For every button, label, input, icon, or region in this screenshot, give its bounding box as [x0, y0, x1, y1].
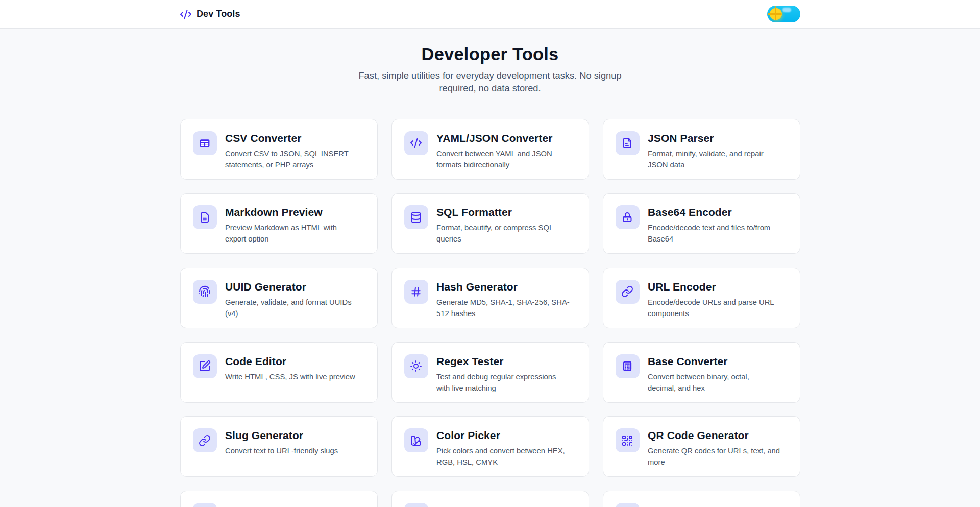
tool-card[interactable]: Code Editor Write HTML, CSS, JS with liv… [180, 342, 378, 403]
link-tile [193, 428, 217, 452]
tool-title: Color Picker [436, 428, 570, 443]
tool-card[interactable]: Hash Generator Generate MD5, SHA-1, SHA-… [391, 268, 589, 328]
tool-card[interactable]: Base Converter Convert between binary, o… [603, 342, 800, 403]
lock-icon [621, 211, 633, 224]
tool-description: Write HTML, CSS, JS with live preview [225, 371, 355, 382]
tool-card[interactable]: UUID Generator Generate, validate, and f… [180, 268, 378, 328]
tool-title: JSON Parser [648, 131, 781, 146]
header: Dev Tools [0, 0, 980, 29]
tool-card[interactable]: Base64 Encoder Encode/decode text and fi… [603, 193, 800, 254]
lock-tile [616, 205, 640, 229]
swatch-book-icon [410, 434, 422, 447]
tool-title: URL Encoder [648, 280, 781, 294]
tool-card[interactable] [603, 491, 800, 507]
tool-title: CSV Converter [225, 131, 359, 146]
tool-title: Base Converter [648, 354, 773, 369]
tool-description: Encode/decode text and files to/from Bas… [648, 222, 781, 245]
tool-description: Convert CSV to JSON, SQL INSERT statemen… [225, 148, 359, 171]
tool-description: Format, beautify, or compress SQL querie… [436, 222, 570, 245]
file-code-icon [621, 137, 633, 149]
code-icon [180, 8, 192, 20]
tool-title: QR Code Generator [648, 428, 781, 443]
tool-title: Code Editor [225, 354, 355, 369]
calculator-icon [621, 360, 633, 372]
calculator-tile [616, 354, 640, 378]
tool-icon-tile [193, 503, 217, 507]
table-tile [193, 131, 217, 155]
tool-card[interactable]: Markdown Preview Preview Markdown as HTM… [180, 193, 378, 254]
tool-card[interactable] [391, 491, 589, 507]
fingerprint-icon [199, 285, 211, 298]
tool-title: Regex Tester [436, 354, 570, 369]
sun-ray-horizontal [768, 13, 781, 15]
sun-icon [770, 8, 782, 20]
tools-grid: CSV Converter Convert CSV to JSON, SQL I… [180, 94, 800, 507]
page-subtitle: Fast, simple utilities for everyday deve… [351, 69, 629, 94]
theme-toggle[interactable] [767, 6, 800, 22]
link-icon [621, 285, 633, 298]
table-icon [199, 137, 211, 149]
tool-title: UUID Generator [225, 280, 359, 294]
tool-description: Convert between YAML and JSON formats bi… [436, 148, 570, 171]
tool-card[interactable]: SQL Formatter Format, beautify, or compr… [391, 193, 589, 254]
tool-title: Base64 Encoder [648, 205, 781, 220]
tool-card[interactable]: URL Encoder Encode/decode URLs and parse… [603, 268, 800, 328]
logo-text: Dev Tools [197, 9, 240, 19]
tool-title: Hash Generator [436, 280, 570, 294]
tool-description: Test and debug regular expressions with … [436, 371, 570, 394]
tool-title: Slug Generator [225, 428, 338, 443]
hash-icon [410, 285, 422, 298]
tool-card[interactable]: CSV Converter Convert CSV to JSON, SQL I… [180, 119, 378, 180]
tool-description: Preview Markdown as HTML with export opt… [225, 222, 359, 245]
file-code-tile [616, 131, 640, 155]
tool-card[interactable] [180, 491, 378, 507]
tool-card[interactable]: JSON Parser Format, minify, validate, an… [603, 119, 800, 180]
square-pen-tile [193, 354, 217, 378]
link-icon [199, 434, 211, 447]
code-icon [410, 137, 422, 149]
tool-card[interactable]: Regex Tester Test and debug regular expr… [391, 342, 589, 403]
square-pen-icon [199, 360, 211, 372]
tool-card[interactable]: Color Picker Pick colors and convert bet… [391, 416, 589, 477]
tool-description: Generate QR codes for URLs, text, and mo… [648, 445, 781, 468]
file-text-tile [193, 205, 217, 229]
tool-description: Encode/decode URLs and parse URL compone… [648, 297, 781, 319]
cloud-icon [782, 8, 791, 12]
main-content: Developer Tools Fast, simple utilities f… [0, 29, 980, 507]
page-title: Developer Tools [0, 29, 980, 64]
tool-icon-tile [404, 503, 428, 507]
fingerprint-tile [193, 280, 217, 304]
code-tile [404, 131, 428, 155]
tool-title: SQL Formatter [436, 205, 570, 220]
sun-tile [404, 354, 428, 378]
tool-description: Convert between binary, octal, decimal, … [648, 371, 773, 394]
logo[interactable]: Dev Tools [180, 8, 240, 20]
tool-description: Convert text to URL-friendly slugs [225, 445, 338, 456]
tool-description: Generate MD5, SHA-1, SHA-256, SHA-512 ha… [436, 297, 570, 319]
database-tile [404, 205, 428, 229]
swatch-book-tile [404, 428, 428, 452]
tool-title: YAML/JSON Converter [436, 131, 570, 146]
file-text-icon [199, 211, 211, 224]
hero: Developer Tools Fast, simple utilities f… [0, 29, 980, 94]
sun-icon [410, 360, 422, 372]
tool-card[interactable]: YAML/JSON Converter Convert between YAML… [391, 119, 589, 180]
tool-description: Generate, validate, and format UUIDs (v4… [225, 297, 359, 319]
qr-code-icon [621, 434, 633, 447]
tool-card[interactable]: QR Code Generator Generate QR codes for … [603, 416, 800, 477]
database-icon [410, 211, 422, 224]
tool-icon-tile [616, 503, 640, 507]
hash-tile [404, 280, 428, 304]
tool-card[interactable]: Slug Generator Convert text to URL-frien… [180, 416, 378, 477]
link-tile [616, 280, 640, 304]
qr-code-tile [616, 428, 640, 452]
tool-title: Markdown Preview [225, 205, 359, 220]
tool-description: Format, minify, validate, and repair JSO… [648, 148, 781, 171]
tool-description: Pick colors and convert between HEX, RGB… [436, 445, 570, 468]
